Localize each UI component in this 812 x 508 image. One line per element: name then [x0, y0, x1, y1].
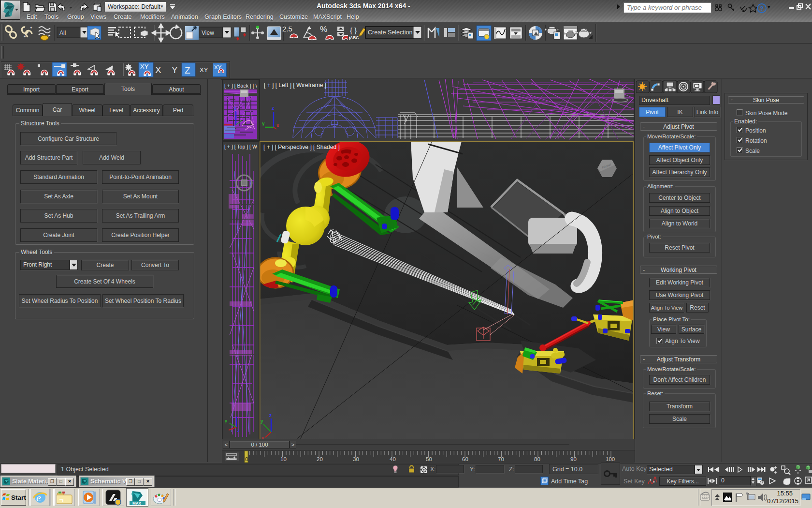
svg-text:x: x [276, 123, 279, 128]
svg-text:All: All [59, 30, 66, 36]
svg-text:20: 20 [317, 456, 323, 462]
svg-text:y: y [262, 121, 265, 126]
svg-text:z: z [234, 106, 236, 111]
svg-text:80: 80 [534, 456, 540, 462]
svg-text:?: ? [760, 5, 764, 12]
svg-text:{ }: { } [350, 26, 357, 34]
svg-text:z: z [269, 413, 272, 418]
svg-text:Z: Z [185, 65, 190, 75]
svg-text:%: % [320, 25, 327, 34]
svg-text:X: X [155, 65, 161, 75]
svg-text:40: 40 [390, 456, 396, 462]
svg-text:90: 90 [570, 456, 577, 462]
svg-text:60: 60 [462, 456, 468, 462]
svg-text:100: 100 [606, 456, 615, 462]
svg-text:✦: ✦ [23, 34, 27, 39]
svg-text:[ + ] [ Top ] [ W: [ + ] [ Top ] [ W [224, 144, 257, 149]
svg-text:z: z [272, 105, 274, 111]
svg-text:Y: Y [172, 65, 178, 75]
svg-text:y: y [261, 418, 263, 424]
svg-text:50: 50 [426, 456, 432, 462]
svg-text:0: 0 [245, 456, 248, 462]
svg-text:View: View [202, 30, 214, 36]
svg-text:ABC: ABC [350, 35, 359, 40]
svg-text:30: 30 [353, 456, 359, 462]
svg-text:[ + ] [ Left ] [ Wireframe ]: [ + ] [ Left ] [ Wireframe ] [264, 82, 326, 89]
svg-text:z: z [237, 428, 240, 433]
svg-text:10: 10 [280, 456, 287, 462]
svg-text:[ + ] [ Perspective ] [ Shaded: [ + ] [ Perspective ] [ Shaded ] [263, 144, 340, 150]
svg-text:[ + ] [ Back ] [ \: [ + ] [ Back ] [ \ [224, 83, 257, 89]
svg-text:MAX: MAX [132, 501, 141, 505]
svg-text:2.5: 2.5 [282, 25, 292, 33]
svg-text:XY: XY [200, 66, 208, 74]
svg-text:XY: XY [140, 63, 149, 70]
svg-text:70: 70 [498, 456, 504, 462]
svg-text:y: y [225, 418, 227, 423]
svg-text:✦: ✦ [29, 26, 33, 30]
